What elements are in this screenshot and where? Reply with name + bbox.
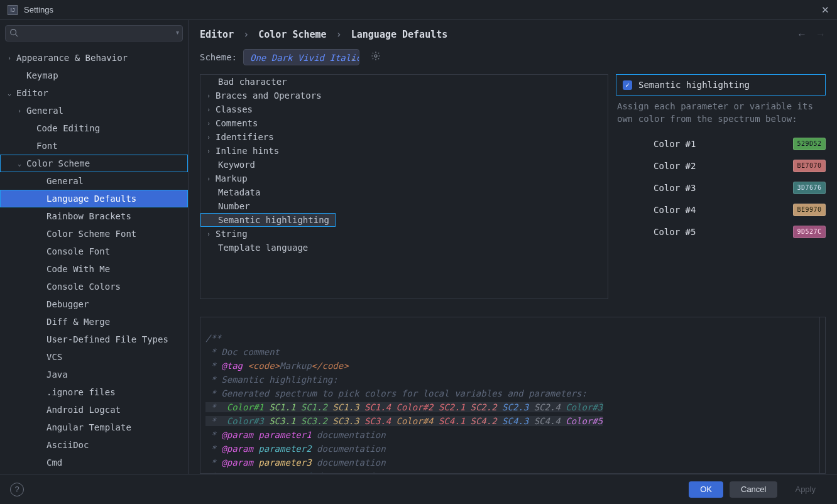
sidebar-item-label: Code With Me	[46, 264, 110, 274]
attribute-item[interactable]: ›String	[200, 227, 608, 241]
chevron-icon: ›	[207, 92, 216, 99]
preview-line: * Generated spectrum to pick colors for …	[205, 388, 587, 398]
attribute-item[interactable]: ›Braces and Operators	[200, 89, 608, 102]
sidebar-item[interactable]: ›Android Logcat	[0, 401, 188, 419]
color-swatch[interactable]: 529D52	[793, 138, 826, 150]
sidebar-item[interactable]: ›AsciiDoc	[0, 436, 188, 454]
sidebar-item[interactable]: ›Language Defaults	[0, 190, 188, 207]
color-row[interactable]: Color #33D7676	[616, 177, 826, 199]
sidebar-item[interactable]: ›Color Scheme Font	[0, 225, 188, 243]
sidebar-item-label: User-Defined File Types	[46, 334, 168, 344]
breadcrumb-language-defaults: Language Defaults	[351, 29, 448, 40]
chevron-icon: ›	[207, 175, 216, 182]
sidebar-item[interactable]: ›Console Font	[0, 243, 188, 260]
color-swatch[interactable]: 3D7676	[793, 182, 826, 194]
attribute-item[interactable]: ›Semantic highlighting	[200, 213, 336, 227]
scheme-dropdown[interactable]: One Dark Vivid Italic ▾	[243, 49, 359, 65]
chevron-icon: ›	[8, 55, 16, 62]
chevron-down-icon[interactable]: ▾	[176, 29, 179, 36]
checkbox-icon[interactable]: ✓	[623, 80, 632, 90]
sidebar-item-label: Code Editing	[36, 123, 100, 133]
apply-button[interactable]: Apply	[784, 481, 827, 498]
sidebar-item[interactable]: ⌄Editor	[0, 84, 188, 102]
sidebar-item[interactable]: ›.ignore files	[0, 383, 188, 401]
sidebar-item-label: Color Scheme Font	[46, 229, 136, 239]
color-label: Color #1	[654, 139, 696, 149]
sidebar-item[interactable]: ›Diff & Merge	[0, 313, 188, 331]
sidebar-item[interactable]: ›Code Editing	[0, 119, 188, 137]
semantic-hint: Assign each parameter or variable its ow…	[616, 96, 826, 130]
close-icon[interactable]: ✕	[821, 4, 829, 16]
sidebar-item-label: General	[26, 106, 63, 116]
sidebar-item[interactable]: ›Code With Me	[0, 260, 188, 278]
help-icon[interactable]: ?	[10, 483, 24, 496]
scheme-value: One Dark Vivid Italic	[250, 53, 359, 63]
search-icon	[9, 28, 18, 39]
settings-sidebar: ▾ ›Appearance & Behavior›Keymap⌄Editor›G…	[0, 20, 189, 474]
sidebar-item[interactable]: ›Console Colors	[0, 278, 188, 295]
preview-line: * Semantic highlighting:	[205, 375, 338, 385]
chevron-down-icon: ▾	[351, 53, 355, 65]
attributes-list[interactable]: ›Bad character›Braces and Operators›Clas…	[200, 74, 608, 299]
ok-button[interactable]: OK	[689, 481, 723, 498]
color-spectrum-list: Color #1529D52Color #2BE7070Color #33D76…	[616, 130, 826, 243]
chevron-icon: ⌄	[8, 90, 16, 97]
sidebar-item-label: VCS	[46, 352, 62, 362]
color-row[interactable]: Color #59D527C	[616, 221, 826, 243]
checkbox-label: Semantic highlighting	[638, 80, 750, 90]
color-label: Color #5	[654, 227, 696, 237]
attribute-item[interactable]: ›Inline hints	[200, 144, 608, 158]
forward-icon[interactable]: →	[816, 29, 826, 40]
attribute-item[interactable]: ›Markup	[200, 172, 608, 185]
attribute-item[interactable]: ›Keyword	[200, 158, 608, 172]
color-row[interactable]: Color #2BE7070	[616, 155, 826, 177]
sidebar-item[interactable]: ›Java	[0, 366, 188, 383]
color-label: Color #2	[654, 161, 696, 171]
attribute-label: String	[216, 229, 248, 239]
attribute-item[interactable]: ›Template language	[200, 241, 608, 255]
attribute-label: Bad character	[216, 77, 287, 87]
back-icon[interactable]: ←	[797, 29, 807, 40]
attribute-item[interactable]: ›Classes	[200, 102, 608, 116]
semantic-highlighting-checkbox-row[interactable]: ✓ Semantic highlighting	[616, 74, 826, 96]
breadcrumb-color-scheme[interactable]: Color Scheme	[258, 29, 326, 40]
search-input[interactable]	[5, 25, 183, 41]
attribute-item[interactable]: ›Bad character	[200, 75, 608, 89]
sidebar-item[interactable]: ›Debugger	[0, 295, 188, 313]
gear-icon[interactable]	[371, 51, 381, 63]
sidebar-item[interactable]: ›Keymap	[0, 67, 188, 84]
sidebar-item-label: .ignore files	[46, 387, 116, 397]
sidebar-item[interactable]: ›VCS	[0, 348, 188, 366]
color-swatch[interactable]: BE9970	[793, 204, 826, 216]
color-swatch[interactable]: 9D527C	[793, 226, 826, 238]
attribute-item[interactable]: ›Comments	[200, 116, 608, 130]
chevron-icon: ›	[207, 231, 216, 238]
sidebar-item[interactable]: ›General	[0, 172, 188, 190]
attribute-label: Identifiers	[216, 132, 274, 142]
sidebar-item[interactable]: ⌄Color Scheme	[0, 155, 188, 172]
sidebar-item[interactable]: ›Angular Template	[0, 419, 188, 436]
color-row[interactable]: Color #4BE9970	[616, 199, 826, 221]
color-row[interactable]: Color #1529D52	[616, 133, 826, 155]
sidebar-item-label: Diff & Merge	[46, 317, 110, 327]
attribute-item[interactable]: ›Metadata	[200, 185, 608, 199]
sidebar-item[interactable]: ›User-Defined File Types	[0, 331, 188, 348]
sidebar-item[interactable]: ›General	[0, 102, 188, 119]
sidebar-item[interactable]: ›Appearance & Behavior	[0, 49, 188, 67]
settings-tree[interactable]: ›Appearance & Behavior›Keymap⌄Editor›Gen…	[0, 47, 188, 474]
app-icon: IJ	[8, 5, 18, 15]
sidebar-item-label: Color Scheme	[26, 158, 90, 168]
sidebar-item-label: Language Defaults	[46, 194, 136, 204]
sidebar-item[interactable]: ›Rainbow Brackets	[0, 207, 188, 225]
attribute-item[interactable]: ›Number	[200, 199, 608, 213]
attribute-item[interactable]: ›Identifiers	[200, 130, 608, 144]
chevron-icon: ⌄	[18, 160, 26, 167]
color-swatch[interactable]: BE7070	[793, 160, 826, 172]
breadcrumb-editor[interactable]: Editor	[200, 29, 234, 40]
cancel-button[interactable]: Cancel	[730, 481, 777, 498]
sidebar-item-label: Font	[36, 141, 58, 151]
sidebar-item[interactable]: ›Font	[0, 137, 188, 155]
attribute-label: Classes	[216, 104, 253, 114]
sidebar-item[interactable]: ›Cmd	[0, 454, 188, 471]
sidebar-item-label: Keymap	[26, 70, 58, 80]
